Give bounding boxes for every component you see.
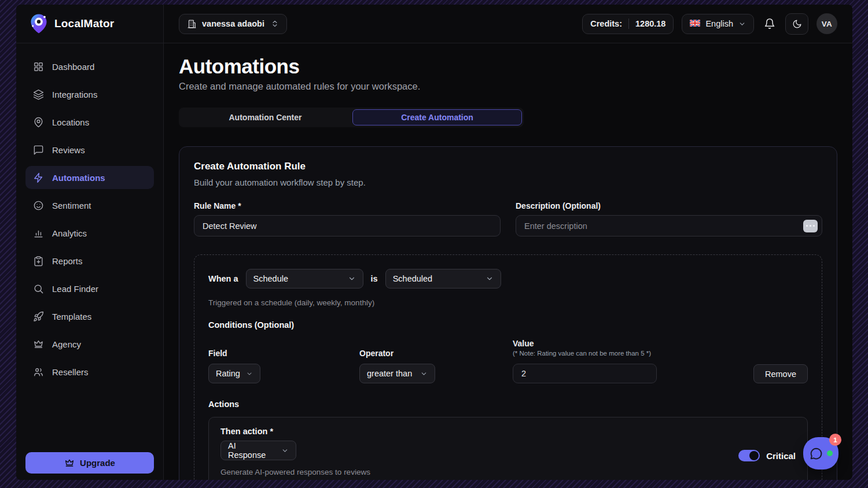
sentiment-icon bbox=[33, 200, 44, 211]
user-avatar[interactable]: VA bbox=[816, 13, 837, 34]
condition-operator-group: Operator greater than bbox=[359, 349, 513, 383]
toggle-knob bbox=[749, 451, 759, 460]
sidebar-item-agency[interactable]: Agency bbox=[25, 332, 154, 356]
credits-pill: Credits: 1280.18 bbox=[582, 14, 674, 34]
building-icon bbox=[187, 19, 197, 29]
resellers-icon bbox=[33, 367, 44, 378]
then-action-select[interactable]: AI Response bbox=[220, 441, 296, 460]
workspace-selector[interactable]: vanessa adaobi bbox=[179, 14, 287, 34]
rule-name-input[interactable] bbox=[194, 215, 501, 236]
sidebar-item-reviews[interactable]: Reviews bbox=[25, 138, 154, 161]
actions-heading: Actions bbox=[208, 400, 808, 409]
card-title: Create Automation Rule bbox=[194, 161, 822, 172]
card-subtitle: Build your automation workflow step by s… bbox=[194, 178, 822, 187]
moon-icon bbox=[792, 19, 802, 29]
top-bar: vanessa adaobi Credits: 1280.18 bbox=[164, 5, 852, 43]
description-label: Description (Optional) bbox=[516, 201, 822, 210]
field-label: Field bbox=[208, 349, 359, 358]
conditions-heading: Conditions (Optional) bbox=[208, 320, 808, 330]
chat-notification-badge: 1 bbox=[829, 434, 841, 446]
sidebar-item-dashboard[interactable]: Dashboard bbox=[25, 55, 154, 78]
chevron-down-icon bbox=[738, 20, 746, 28]
value-note: (* Note: Rating value can not be more th… bbox=[513, 350, 753, 357]
main-content: Automations Create and manage automated … bbox=[164, 43, 852, 480]
condition-value-group: Value (* Note: Rating value can not be m… bbox=[513, 339, 753, 383]
uk-flag-icon bbox=[690, 19, 700, 28]
sidebar-item-templates[interactable]: Templates bbox=[25, 305, 154, 328]
description-expand-button[interactable] bbox=[803, 220, 818, 232]
field-select[interactable]: Rating bbox=[208, 364, 260, 383]
critical-toggle-row: Critical bbox=[738, 450, 796, 461]
page-subtitle: Create and manage automated rules for yo… bbox=[179, 81, 837, 92]
action-helper-text: Generate AI-powered responses to reviews bbox=[220, 468, 796, 476]
app-window: LocalMator vanessa adaobi Credits: 1280 bbox=[16, 5, 852, 480]
theme-toggle-button[interactable] bbox=[785, 13, 808, 35]
credits-value: 1280.18 bbox=[635, 19, 665, 28]
trigger-connector-label: is bbox=[371, 274, 378, 283]
credits-label: Credits: bbox=[590, 19, 622, 28]
chevrons-up-down-icon bbox=[271, 20, 279, 28]
value-label: Value bbox=[513, 339, 753, 348]
condition-field-group: Field Rating bbox=[208, 349, 359, 383]
language-selector[interactable]: English bbox=[682, 14, 754, 34]
sidebar-item-sentiment[interactable]: Sentiment bbox=[25, 194, 154, 217]
action-card: Then action * AI Response Generate AI-po… bbox=[208, 417, 808, 480]
operator-label: Operator bbox=[359, 349, 513, 358]
brand: LocalMator bbox=[16, 5, 164, 43]
sidebar: Dashboard Integrations Locations Reviews… bbox=[16, 43, 164, 480]
page-title: Automations bbox=[179, 55, 837, 78]
tab-create-automation[interactable]: Create Automation bbox=[352, 109, 522, 125]
templates-icon bbox=[33, 311, 44, 322]
localmator-logo-icon bbox=[29, 13, 49, 34]
chevron-down-icon bbox=[486, 275, 494, 283]
critical-toggle[interactable] bbox=[738, 450, 760, 461]
workspace-name: vanessa adaobi bbox=[202, 19, 264, 28]
dashboard-icon bbox=[33, 61, 44, 72]
then-action-label: Then action * bbox=[220, 427, 796, 436]
trigger-event-select[interactable]: Scheduled bbox=[385, 269, 501, 289]
notifications-button[interactable] bbox=[762, 13, 777, 35]
sidebar-item-locations[interactable]: Locations bbox=[25, 110, 154, 134]
brand-name: LocalMator bbox=[54, 17, 114, 30]
reviews-icon bbox=[33, 145, 44, 156]
online-status-dot bbox=[827, 450, 833, 456]
chevron-down-icon bbox=[348, 275, 356, 283]
sidebar-item-lead-finder[interactable]: Lead Finder bbox=[25, 277, 154, 300]
critical-label: Critical bbox=[766, 451, 796, 461]
credits-divider bbox=[628, 19, 629, 29]
sidebar-item-analytics[interactable]: Analytics bbox=[25, 221, 154, 245]
reports-icon bbox=[33, 256, 44, 267]
sidebar-item-automations[interactable]: Automations bbox=[25, 166, 154, 189]
create-automation-rule-card: Create Automation Rule Build your automa… bbox=[179, 146, 837, 480]
header-actions: Credits: 1280.18 English bbox=[582, 13, 837, 35]
operator-select[interactable]: greater than bbox=[359, 364, 435, 383]
tab-automation-center[interactable]: Automation Center bbox=[181, 109, 350, 125]
chat-bubble-icon bbox=[809, 446, 823, 461]
bell-icon bbox=[764, 18, 775, 29]
upgrade-button[interactable]: Upgrade bbox=[25, 452, 154, 474]
sidebar-item-integrations[interactable]: Integrations bbox=[25, 83, 154, 106]
tab-bar: Automation Center Create Automation bbox=[179, 108, 524, 127]
chevron-down-icon bbox=[246, 370, 253, 378]
language-label: English bbox=[705, 19, 733, 28]
rule-builder-section: When a Schedule is Scheduled Triggered o… bbox=[194, 254, 822, 480]
trigger-helper-text: Triggered on a schedule (daily, weekly, … bbox=[208, 298, 808, 307]
ellipsis-icon bbox=[806, 225, 808, 227]
automations-icon bbox=[33, 172, 44, 183]
lead-finder-icon bbox=[33, 283, 44, 294]
chat-widget-button[interactable]: 1 bbox=[803, 437, 838, 469]
trigger-prefix-label: When a bbox=[208, 274, 238, 283]
agency-icon bbox=[33, 339, 44, 350]
integrations-icon bbox=[33, 89, 44, 100]
sidebar-item-resellers[interactable]: Resellers bbox=[25, 360, 154, 383]
sidebar-item-reports[interactable]: Reports bbox=[25, 249, 154, 272]
analytics-icon bbox=[33, 228, 44, 239]
crown-icon bbox=[64, 458, 75, 468]
value-input[interactable] bbox=[513, 364, 657, 383]
locations-icon bbox=[33, 117, 44, 128]
chevron-down-icon bbox=[281, 447, 289, 454]
trigger-type-select[interactable]: Schedule bbox=[246, 269, 363, 289]
rule-name-group: Rule Name * bbox=[194, 201, 501, 236]
remove-condition-button[interactable]: Remove bbox=[753, 364, 808, 383]
description-input[interactable] bbox=[516, 215, 822, 236]
